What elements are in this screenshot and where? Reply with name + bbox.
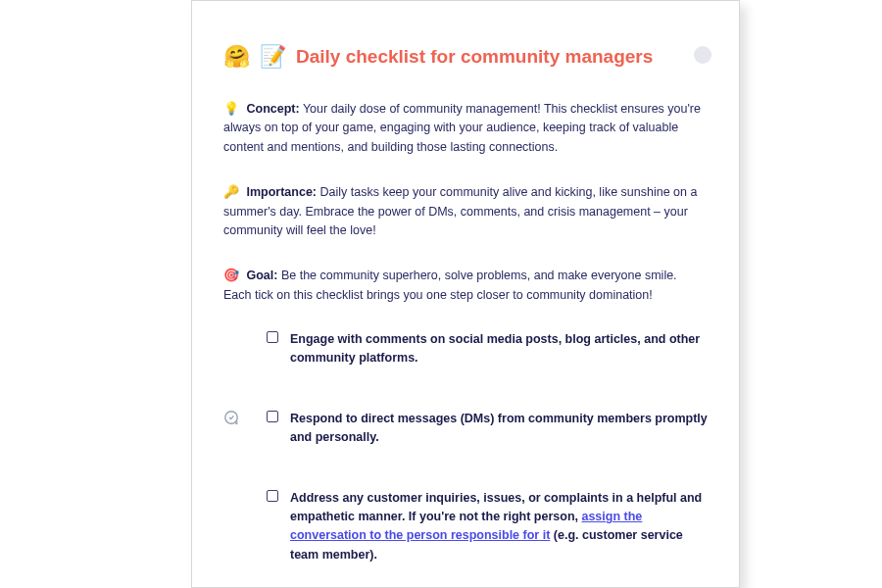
concept-paragraph: 💡 Concept: Your daily dose of community … <box>223 99 708 157</box>
checklist-item-main: Respond to direct messages (DMs) from co… <box>290 412 708 444</box>
goal-label: Goal: <box>246 269 277 282</box>
checklist-item: Respond to direct messages (DMs) from co… <box>223 410 708 448</box>
checklist-item-text: Respond to direct messages (DMs) from co… <box>290 410 708 448</box>
page-title: Daily checklist for community managers <box>296 46 653 68</box>
checklist-item-text: Engage with comments on social media pos… <box>290 330 708 368</box>
checkbox[interactable] <box>267 331 278 343</box>
concept-label: Concept: <box>246 102 299 116</box>
checklist: Engage with comments on social media pos… <box>223 330 708 564</box>
checkbox[interactable] <box>267 411 278 422</box>
checklist-item: Address any customer inquiries, issues, … <box>223 489 708 565</box>
page-title-row: 🤗 📝 Daily checklist for community manage… <box>223 44 708 70</box>
key-icon: 🔑 <box>223 184 239 199</box>
document-content: 🤗 📝 Daily checklist for community manage… <box>223 44 708 564</box>
goal-body: Be the community superhero, solve proble… <box>223 269 677 301</box>
sun-face-icon: 🤗 <box>223 44 250 70</box>
document-page: 🤗 📝 Daily checklist for community manage… <box>191 0 740 588</box>
importance-paragraph: 🔑 Importance: Daily tasks keep your comm… <box>223 182 708 240</box>
target-icon: 🎯 <box>223 268 239 282</box>
avatar <box>694 46 711 64</box>
importance-label: Importance: <box>246 185 317 199</box>
checkbox[interactable] <box>267 490 278 502</box>
memo-icon: 📝 <box>260 44 286 70</box>
checklist-item-main: Engage with comments on social media pos… <box>290 332 700 365</box>
lightbulb-icon: 💡 <box>223 101 239 116</box>
checklist-item-text: Address any customer inquiries, issues, … <box>290 489 708 565</box>
goal-paragraph: 🎯 Goal: Be the community superhero, solv… <box>223 266 708 305</box>
add-subtask-icon[interactable] <box>223 410 239 425</box>
checklist-item: Engage with comments on social media pos… <box>223 330 708 368</box>
